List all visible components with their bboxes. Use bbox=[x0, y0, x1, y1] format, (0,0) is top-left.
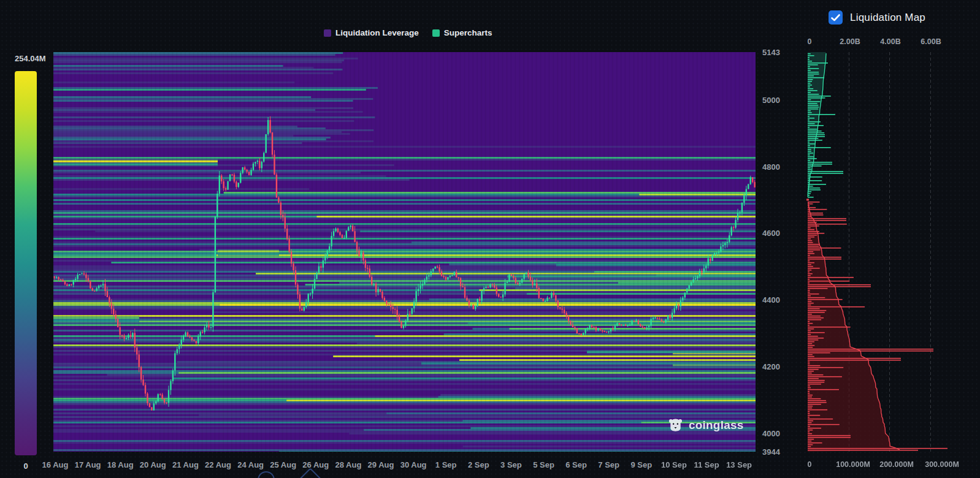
coinglass-watermark-text: coinglass bbox=[689, 419, 743, 432]
x-axis-tick-label: 30 Aug bbox=[400, 460, 427, 469]
x-axis-tick-label: 22 Aug bbox=[205, 460, 231, 469]
liquidation-heatmap-canvas[interactable] bbox=[53, 52, 756, 452]
map-top-axis-label: 0 bbox=[808, 37, 812, 46]
chart-legend: Liquidation Leverage Supercharts bbox=[324, 28, 492, 37]
x-axis-tick-label: 10 Sep bbox=[661, 460, 687, 469]
x-axis-tick-label: 9 Sep bbox=[630, 460, 652, 469]
colorbar-gradient bbox=[15, 71, 37, 455]
legend-item-liquidation-leverage[interactable]: Liquidation Leverage bbox=[324, 28, 419, 37]
map-top-axis-label: 6.00B bbox=[921, 37, 941, 46]
y-axis-tick-label: 4000 bbox=[762, 429, 789, 438]
coinglass-watermark: coinglass bbox=[667, 417, 743, 433]
x-axis-tick-label: 11 Sep bbox=[694, 460, 719, 469]
legend-label: Supercharts bbox=[444, 28, 492, 37]
x-axis-tick-label: 5 Sep bbox=[533, 460, 554, 469]
x-axis-tick-label: 25 Aug bbox=[270, 460, 296, 469]
map-bottom-axis-label: 100.000M bbox=[836, 460, 870, 469]
liquidation-map-canvas[interactable] bbox=[795, 52, 980, 452]
x-axis-tick-label: 26 Aug bbox=[302, 460, 329, 469]
coinglass-bear-logo-icon bbox=[667, 417, 684, 433]
y-axis-tick-label: 5000 bbox=[762, 96, 789, 105]
colorbar-max-value: 254.04M bbox=[15, 54, 46, 63]
x-axis-tick-label: 20 Aug bbox=[140, 460, 166, 469]
y-axis-tick-label: 4800 bbox=[762, 162, 789, 172]
x-axis-tick-label: 7 Sep bbox=[598, 460, 619, 469]
y-axis-tick-label: 4400 bbox=[762, 295, 789, 305]
x-axis-tick-label: 2 Sep bbox=[468, 460, 489, 469]
y-axis-tick-label: 3944 bbox=[762, 447, 789, 457]
legend-label: Liquidation Leverage bbox=[335, 28, 419, 37]
liquidation-map-toggle[interactable]: Liquidation Map bbox=[829, 10, 925, 25]
checkbox-checked-icon[interactable] bbox=[829, 10, 843, 25]
x-axis-tick-label: 16 Aug bbox=[42, 460, 69, 469]
x-axis-tick-label: 28 Aug bbox=[335, 460, 361, 469]
legend-swatch-purple bbox=[324, 29, 331, 37]
map-bottom-axis-label: 0 bbox=[808, 460, 812, 469]
legend-item-supercharts[interactable]: Supercharts bbox=[432, 28, 492, 37]
x-axis-tick-label: 17 Aug bbox=[75, 460, 101, 469]
y-axis-tick-label: 4600 bbox=[762, 229, 789, 238]
colorbar-min-value: 0 bbox=[15, 461, 37, 471]
x-axis-tick-label: 6 Sep bbox=[565, 460, 587, 469]
liquidation-map-label: Liquidation Map bbox=[850, 12, 925, 24]
map-top-axis-label: 4.00B bbox=[880, 37, 900, 46]
map-top-axis-label: 2.00B bbox=[840, 37, 860, 46]
x-axis-tick-label: 29 Aug bbox=[368, 460, 394, 469]
y-axis-tick-label: 5143 bbox=[762, 48, 789, 57]
checkmark-icon bbox=[831, 14, 840, 21]
x-axis-tick-label: 24 Aug bbox=[237, 460, 264, 469]
x-axis-tick-label: 21 Aug bbox=[172, 460, 199, 469]
x-axis-tick-label: 3 Sep bbox=[500, 460, 522, 469]
y-axis-tick-label: 4200 bbox=[762, 362, 789, 371]
map-bottom-axis-label: 300.000M bbox=[925, 460, 959, 469]
legend-swatch-green bbox=[432, 29, 440, 37]
x-axis-tick-label: 18 Aug bbox=[107, 460, 134, 469]
x-axis-tick-label: 13 Sep bbox=[726, 460, 752, 469]
x-axis-tick-label: 1 Sep bbox=[435, 460, 457, 469]
cutoff-zoom-control-icon[interactable] bbox=[258, 471, 275, 478]
coinglass-liquidation-heatmap-page: { "legend": { "items": [ { "label": "Liq… bbox=[0, 0, 980, 478]
map-bottom-axis-label: 200.000M bbox=[879, 460, 914, 469]
